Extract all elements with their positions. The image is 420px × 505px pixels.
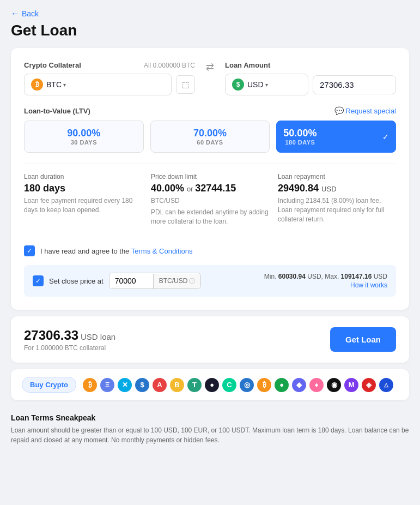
pdl-detail: Price down limit 40.00% or 32744.15 BTC/… [151,173,269,226]
close-price-section: ✓ Set close price at BTC/USD ⓘ Min. 6003… [24,265,396,297]
crypto-purple-icon: ◆ [292,378,306,392]
swap-icon[interactable]: ⇄ [204,61,216,73]
close-price-field[interactable] [109,273,153,288]
pdl-unit-text: BTC/USD [151,196,269,206]
summary-card: 27306.33 USD loan For 1.000000 BTC colla… [11,316,409,363]
ltv-percent-70: 70.00% [157,128,263,139]
ltv-days-90: 30 DAYS [31,139,137,146]
duration-sub: Loan fee payment required every 180 days… [24,196,142,215]
loan-details: Loan duration 180 days Loan fee payment … [24,164,396,235]
crypto-bnb-icon: B [170,378,184,392]
crypto-violet-icon: M [344,378,358,392]
collateral-loan-row: Crypto Collateral All 0.000000 BTC ₿ BTC… [24,61,396,95]
loan-terms-text: Loan amount should be greater than or eq… [11,425,409,445]
page-title: Get Loan [11,22,409,39]
crypto-dark-icon: ● [205,378,219,392]
get-loan-button[interactable]: Get Loan [330,327,396,352]
collateral-group: Crypto Collateral All 0.000000 BTC ₿ BTC… [24,61,195,95]
how-it-works-link[interactable]: How it works [264,281,387,289]
pdl-sub: PDL can be extended anytime by adding mo… [151,208,269,226]
summary-unit: USD loan [81,332,115,341]
crypto-avax-icon: A [153,378,167,392]
close-price-checkbox[interactable]: ✓ [33,275,44,286]
ltv-checkmark-icon: ✓ [382,133,389,141]
repayment-sub: Including 2184.51 (8.00%) loan fee. Loan… [278,196,396,224]
loan-currency-label: USD ▾ [247,80,268,89]
terms-row: ✓ I have read and agree to the Terms & C… [24,245,396,256]
buy-crypto-section: Buy Crypto ₿ Ξ ✕ $ A B T ● C ◎ ₿ ● ◆ ♦ ◉… [11,369,409,400]
terms-text: I have read and agree to the Terms & Con… [40,247,192,255]
ltv-option-50[interactable]: 50.00% 180 DAYS ✓ [276,121,396,153]
terms-checkbox[interactable]: ✓ [24,245,35,256]
repayment-value: 29490.84 USD [278,183,396,194]
duration-detail: Loan duration 180 days Loan fee payment … [24,173,142,226]
currency-chevron-icon: ▾ [265,82,268,88]
crypto-pink-icon: ♦ [309,378,324,392]
duration-label: Loan duration [24,173,142,181]
collateral-selector[interactable]: ₿ BTC ▾ [24,74,172,95]
crypto-xrp-icon: ✕ [118,378,132,392]
pdl-value: 40.00% or 32744.15 [151,183,269,194]
paste-button[interactable]: ⬚ [176,75,195,94]
crypto-btc-icon: ₿ [83,378,97,392]
crypto-comp-icon: C [222,378,236,392]
crypto-green-icon: ● [275,378,289,392]
repayment-detail: Loan repayment 29490.84 USD Including 21… [278,173,396,226]
currency-selector[interactable]: $ USD ▾ [225,74,308,95]
close-price-right: Min. 60030.94 USD, Max. 109147.16 USD Ho… [264,273,387,289]
crypto-algo-icon: △ [379,378,393,392]
summary-amount: 27306.33 [24,328,78,342]
loan-value: 27306.33 [320,80,354,89]
back-link[interactable]: ← Back [11,9,39,19]
crypto-black-icon: ◉ [327,378,341,392]
ltv-percent-50: 50.00% [283,128,316,139]
crypto-red-icon: ◈ [362,378,376,392]
collateral-label: Crypto Collateral All 0.000000 BTC [24,61,195,69]
loan-amount-display: 27306.33 [313,75,396,94]
duration-value: 180 days [24,183,142,194]
ltv-days-70: 60 DAYS [157,139,263,146]
summary-info: 27306.33 USD loan For 1.000000 BTC colla… [24,328,115,352]
info-icon: ⓘ [189,277,195,285]
loan-amount-label: Loan Amount [225,61,396,69]
back-label: Back [22,9,39,18]
terms-link[interactable]: Terms & Conditions [131,247,193,255]
pdl-label: Price down limit [151,173,269,181]
loan-amount-input-row: $ USD ▾ 27306.33 [225,74,396,95]
repayment-label: Loan repayment [278,173,396,181]
collateral-coin-label: BTC ▾ [46,80,66,89]
ltv-percent-90: 90.00% [31,128,137,139]
collateral-input-row: ₿ BTC ▾ ⬚ [24,74,195,95]
loan-terms-title: Loan Terms Sneakpeak [11,413,409,422]
btc-icon: ₿ [31,79,43,91]
ltv-options: 90.00% 30 DAYS 70.00% 60 DAYS 50.00% 180… [24,121,396,153]
summary-collateral: For 1.000000 BTC collateral [24,344,115,352]
min-max-text: Min. 60030.94 USD, Max. 109147.16 USD [264,273,387,280]
all-balance: All 0.000000 BTC [144,62,195,69]
close-price-unit: BTC/USD ⓘ [153,274,201,288]
summary-amount-row: 27306.33 USD loan [24,328,115,343]
ltv-option-70[interactable]: 70.00% 60 DAYS [150,121,270,153]
ltv-days-50: 180 DAYS [283,139,316,146]
close-price-input-wrapper[interactable]: BTC/USD ⓘ [109,273,202,289]
loan-terms-section: Loan Terms Sneakpeak Loan amount should … [11,409,409,449]
close-price-left: ✓ Set close price at BTC/USD ⓘ [33,273,201,289]
ltv-section: Loan-to-Value (LTV) 💬 Request special 90… [24,106,396,153]
request-special-link[interactable]: 💬 Request special [334,106,397,115]
collateral-chevron-icon: ▾ [63,82,66,88]
chat-icon: 💬 [334,106,344,115]
crypto-btc2-icon: ₿ [257,378,271,392]
crypto-icons-row: ₿ Ξ ✕ $ A B T ● C ◎ ₿ ● ◆ ♦ ◉ M ◈ △ [83,378,393,392]
crypto-eth-icon: Ξ [100,378,114,392]
buy-crypto-button[interactable]: Buy Crypto [22,377,76,393]
crypto-usdc-icon: $ [135,378,149,392]
crypto-usdt-icon: T [187,378,202,392]
main-card: Crypto Collateral All 0.000000 BTC ₿ BTC… [11,48,409,310]
crypto-blue-icon: ◎ [240,378,254,392]
loan-amount-group: Loan Amount $ USD ▾ 27306.33 [225,61,396,95]
ltv-option-90[interactable]: 90.00% 30 DAYS [24,121,144,153]
back-arrow-icon: ← [11,9,20,19]
ltv-header: Loan-to-Value (LTV) 💬 Request special [24,106,396,115]
close-price-label: Set close price at [49,277,104,285]
ltv-title: Loan-to-Value (LTV) [24,107,90,115]
